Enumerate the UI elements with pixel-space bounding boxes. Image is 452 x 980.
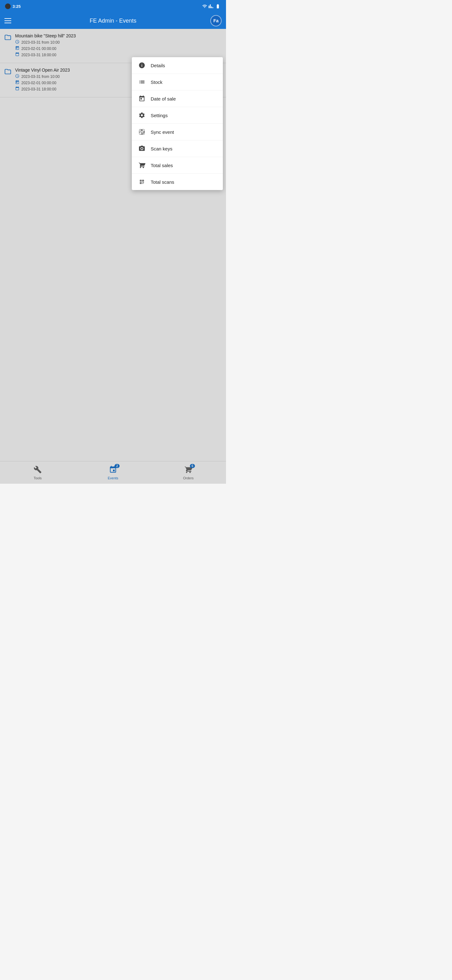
menu-item-total-sales[interactable]: Total sales [132,157,223,174]
info-icon [138,62,146,69]
context-menu: Details Stock Date of sale Settings [132,57,223,190]
scan-keys-icon [138,145,146,152]
main-content: Mountain bike "Steep hill" 2023 2023-03-… [0,29,226,484]
status-circle [5,3,11,9]
hamburger-button[interactable] [5,15,16,26]
battery-icon [215,4,221,9]
avatar-button[interactable]: Fa [210,15,222,26]
total-sales-icon [138,161,146,169]
menu-item-stock[interactable]: Stock [132,74,223,91]
settings-icon [138,111,146,119]
menu-item-date-of-sale[interactable]: Date of sale [132,91,223,107]
menu-item-label-details: Details [151,63,165,68]
total-scans-icon [138,178,146,186]
menu-item-label-settings: Settings [151,113,168,118]
sync-icon [138,128,146,136]
menu-item-total-scans[interactable]: Total scans [132,174,223,190]
calendar-icon [138,95,146,102]
menu-item-label-sync-event: Sync event [151,129,174,135]
menu-item-details[interactable]: Details [132,57,223,74]
app-bar-title: FE Admin - Events [89,18,136,24]
status-bar: 3:25 [0,0,226,13]
menu-item-settings[interactable]: Settings [132,107,223,124]
menu-item-label-total-sales: Total sales [151,163,173,168]
signal-icon [208,4,213,9]
menu-item-label-total-scans: Total scans [151,179,174,185]
menu-item-label-scan-keys: Scan keys [151,146,172,151]
status-left: 3:25 [5,3,21,9]
app-bar: FE Admin - Events Fa [0,13,226,29]
menu-item-label-date-of-sale: Date of sale [151,96,176,102]
menu-item-sync-event[interactable]: Sync event [132,124,223,140]
menu-item-scan-keys[interactable]: Scan keys [132,140,223,157]
menu-item-label-stock: Stock [151,80,163,85]
status-icons [202,4,221,9]
list-icon [138,78,146,86]
status-time: 3:25 [13,4,21,9]
wifi-icon [202,4,207,9]
